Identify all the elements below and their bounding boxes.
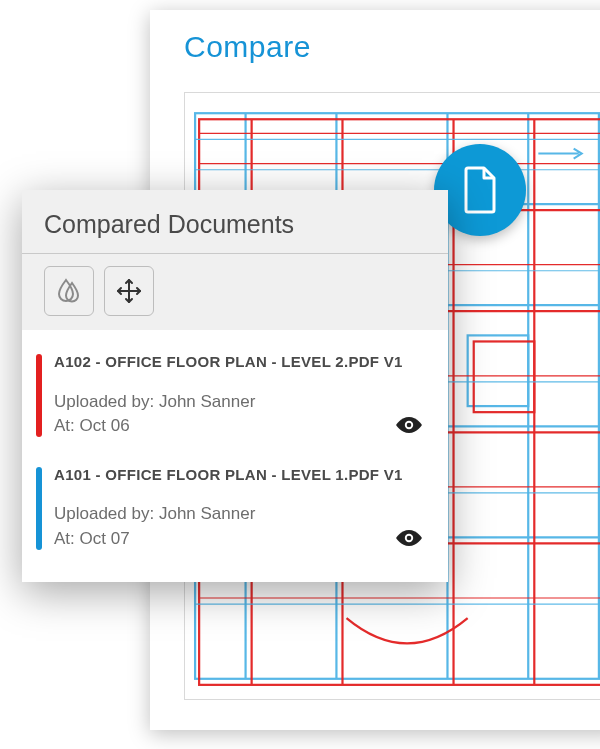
- move-icon: [115, 277, 143, 305]
- viewer-title: Compare: [150, 10, 600, 74]
- document-title: A101 - OFFICE FLOOR PLAN - LEVEL 1.PDF V…: [48, 465, 430, 485]
- move-button[interactable]: [104, 266, 154, 316]
- eye-icon: [394, 415, 424, 435]
- compared-documents-panel: Compared Documents: [22, 190, 448, 582]
- visibility-toggle[interactable]: [392, 526, 426, 550]
- uploaded-by-label: Uploaded by:: [54, 504, 154, 523]
- color-stripe: [36, 467, 42, 550]
- panel-title: Compared Documents: [22, 190, 448, 254]
- droplet-icon: [55, 277, 83, 305]
- uploaded-at-value: Oct 06: [80, 416, 130, 435]
- document-meta: Uploaded by: John Sanner At: Oct 06: [48, 390, 430, 439]
- uploaded-at-value: Oct 07: [80, 529, 130, 548]
- svg-rect-10: [468, 335, 529, 406]
- uploaded-by-label: Uploaded by:: [54, 392, 154, 411]
- document-title: A102 - OFFICE FLOOR PLAN - LEVEL 2.PDF V…: [48, 352, 430, 372]
- uploaded-by-value: John Sanner: [159, 504, 255, 523]
- document-icon: [460, 166, 500, 214]
- uploaded-at-label: At:: [54, 529, 75, 548]
- uploaded-by-value: John Sanner: [159, 392, 255, 411]
- svg-point-41: [407, 535, 412, 540]
- color-stripe: [36, 354, 42, 437]
- document-item[interactable]: A101 - OFFICE FLOOR PLAN - LEVEL 1.PDF V…: [22, 451, 448, 564]
- document-item[interactable]: A102 - OFFICE FLOOR PLAN - LEVEL 2.PDF V…: [22, 338, 448, 451]
- opacity-button[interactable]: [44, 266, 94, 316]
- document-meta: Uploaded by: John Sanner At: Oct 07: [48, 502, 430, 551]
- eye-icon: [394, 528, 424, 548]
- svg-point-39: [407, 422, 412, 427]
- panel-toolbar: [22, 254, 448, 330]
- uploaded-at-label: At:: [54, 416, 75, 435]
- documents-list: A102 - OFFICE FLOOR PLAN - LEVEL 2.PDF V…: [22, 330, 448, 582]
- svg-rect-22: [474, 341, 535, 412]
- visibility-toggle[interactable]: [392, 413, 426, 437]
